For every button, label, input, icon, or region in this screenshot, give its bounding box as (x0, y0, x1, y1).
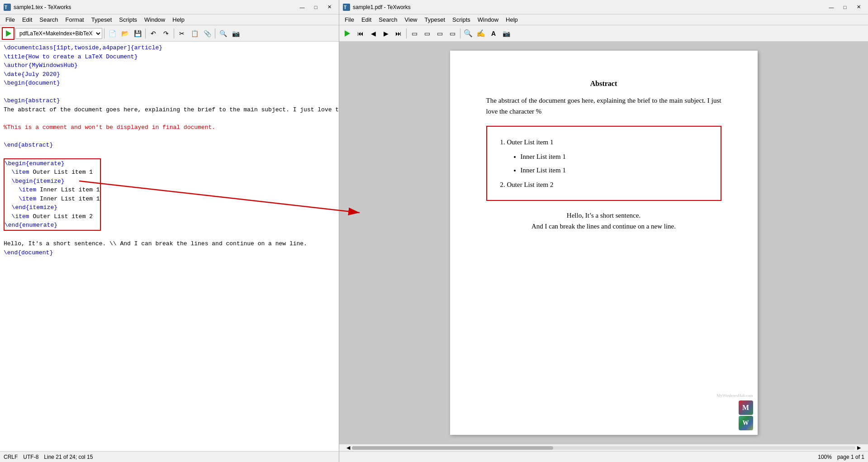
code-line-20: \item Outer List item 2 (5, 212, 100, 221)
cut-button[interactable]: ✂ (176, 28, 188, 39)
pdf-view4-button[interactable]: ▭ (446, 28, 458, 39)
code-line-16: \begin{itemize} (5, 177, 100, 186)
editor-area[interactable]: \documentclass[11pt,twoside,a4paper]{art… (0, 42, 339, 451)
code-line-15: \item Outer List item 1 (5, 168, 100, 177)
menu-view-right[interactable]: View (401, 15, 421, 24)
highlight-box: \begin{enumerate} \item Outer List item … (4, 158, 101, 231)
redo-button[interactable]: ↷ (160, 28, 172, 39)
pdf-zoom-button[interactable]: 🔍 (462, 28, 474, 39)
new-file-button[interactable]: 📄 (106, 28, 118, 39)
texworks-icon-left: T (4, 4, 11, 11)
code-line-13 (4, 149, 335, 158)
menu-typeset-left[interactable]: Typeset (88, 15, 116, 24)
pdf-next-page-button[interactable]: ▶ (380, 28, 392, 39)
pdf-prev-page-button[interactable]: ◀ (367, 28, 379, 39)
close-button-right[interactable]: ✕ (853, 3, 864, 11)
save-file-button[interactable]: 💾 (132, 28, 143, 39)
code-line-6 (4, 88, 335, 97)
menu-window-right[interactable]: Window (474, 15, 502, 24)
code-line-3: \author{MyWindowsHub} (4, 61, 335, 70)
pdf-inner-item-1: Inner List item 1 (521, 151, 710, 162)
open-file-button[interactable]: 📂 (119, 28, 131, 39)
menu-scripts-left[interactable]: Scripts (115, 15, 141, 24)
maximize-button-right[interactable]: □ (839, 3, 851, 11)
pdf-view1-button[interactable]: ▭ (408, 28, 420, 39)
texworks-icon-right: T (343, 4, 350, 11)
line-ending-status: CRLF (4, 454, 18, 460)
zoom-status: 100% (818, 454, 832, 460)
svg-text:T: T (344, 5, 346, 10)
menu-help-left[interactable]: Help (169, 15, 188, 24)
right-toolbar: ⏮ ◀ ▶ ⏭ ▭ ▭ ▭ ▭ 🔍 ✍ A 📷 (339, 25, 868, 42)
pdf-run-icon (345, 30, 350, 37)
pdf-first-page-button[interactable]: ⏮ (355, 28, 366, 39)
pdf-toolbar-sep-2 (460, 29, 460, 38)
pdf-view2-button[interactable]: ▭ (421, 28, 433, 39)
menu-file-left[interactable]: File (2, 15, 19, 24)
menu-edit-right[interactable]: Edit (358, 15, 375, 24)
pdf-hand-button[interactable]: ✍ (475, 28, 487, 39)
scroll-right-arrow[interactable]: ▶ (857, 445, 861, 451)
mwh-w-logo: W (739, 416, 753, 430)
code-line-18: \item Inner List item 1 (5, 195, 100, 204)
minimize-button-left[interactable]: ― (296, 3, 308, 11)
watermark-text: MyWindowsHub.com (717, 392, 753, 399)
pdf-outer-item-2: Outer List item 2 (507, 179, 710, 190)
pdf-content-area[interactable]: Abstract The abstract of the document go… (339, 42, 868, 444)
menu-format-left[interactable]: Format (62, 15, 88, 24)
code-line-22 (4, 231, 335, 240)
find-button[interactable]: 🔍 (217, 28, 229, 39)
code-line-4: \date{July 2020} (4, 70, 335, 79)
maximize-button-left[interactable]: □ (310, 3, 322, 11)
menu-scripts-right[interactable]: Scripts (449, 15, 474, 24)
pdf-last-page-button[interactable]: ⏭ (393, 28, 404, 39)
page-status: page 1 of 1 (837, 454, 864, 460)
menu-window-left[interactable]: Window (141, 15, 169, 24)
encoding-status: UTF-8 (23, 454, 38, 460)
right-panel: T sample1.pdf - TeXworks ― □ ✕ File Edit… (339, 0, 868, 462)
toolbar-separator-4 (215, 29, 215, 38)
copy-button[interactable]: 📋 (189, 28, 200, 39)
close-button-left[interactable]: ✕ (323, 3, 335, 11)
menu-search-right[interactable]: Search (375, 15, 401, 24)
pdf-closing-line1: Hello, It’s a short sentence. (486, 210, 721, 221)
left-title-bar: T sample1.tex - TeXworks ― □ ✕ (0, 0, 339, 14)
menu-typeset-right[interactable]: Typeset (421, 15, 449, 24)
menu-search-left[interactable]: Search (36, 15, 62, 24)
paste-button[interactable]: 📎 (201, 28, 213, 39)
position-status: Line 21 of 24; col 15 (44, 454, 93, 460)
left-menu-bar: File Edit Search Format Typeset Scripts … (0, 14, 339, 25)
code-line-11 (4, 132, 335, 141)
pdf-list-box: Outer List item 1 Inner List item 1 Inne… (486, 126, 721, 201)
minimize-button-right[interactable]: ― (825, 3, 837, 11)
scroll-thumb-horizontal[interactable] (352, 446, 553, 450)
right-title-bar: T sample1.pdf - TeXworks ― □ ✕ (339, 0, 868, 14)
pdf-view3-button[interactable]: ▭ (434, 28, 446, 39)
menu-help-right[interactable]: Help (502, 15, 522, 24)
run-button[interactable] (2, 27, 14, 40)
undo-button[interactable]: ↶ (147, 28, 159, 39)
toolbar-separator-1 (104, 29, 104, 38)
pdf-run-button[interactable] (341, 27, 354, 40)
pdf-outer-item-1: Outer List item 1 Inner List item 1 Inne… (507, 137, 710, 176)
pdf-abstract-text: The abstract of the document goes here, … (486, 95, 721, 117)
run-icon (6, 30, 11, 37)
pdf-outer-list: Outer List item 1 Inner List item 1 Inne… (507, 137, 710, 190)
pdf-abstract-title: Abstract (486, 78, 721, 90)
pdf-text-button[interactable]: A (488, 28, 499, 39)
code-line-5: \begin{document} (4, 79, 335, 88)
pdf-scrollbar-horizontal[interactable]: ◀ ▶ (339, 444, 868, 451)
scroll-left-arrow[interactable]: ◀ (346, 445, 350, 451)
pdf-closing-line2: And I can break the lines and continue o… (486, 221, 721, 232)
code-line-23: Hello, It's a short sentence. \\ And I c… (4, 239, 335, 248)
menu-edit-left[interactable]: Edit (19, 15, 36, 24)
compiler-select[interactable]: pdfLaTeX+MakeIndex+BibTeX (15, 28, 102, 39)
code-line-19: \end{itemize} (5, 203, 100, 212)
code-line-14: \begin{enumerate} (5, 159, 100, 168)
menu-file-right[interactable]: File (341, 15, 358, 24)
toolbar-separator-2 (145, 29, 146, 38)
code-line-24: \end{document} (4, 248, 335, 257)
pdf-camera-button[interactable]: 📷 (500, 28, 512, 39)
scroll-track-horizontal[interactable] (352, 446, 855, 450)
screenshot-button[interactable]: 📷 (230, 28, 242, 39)
